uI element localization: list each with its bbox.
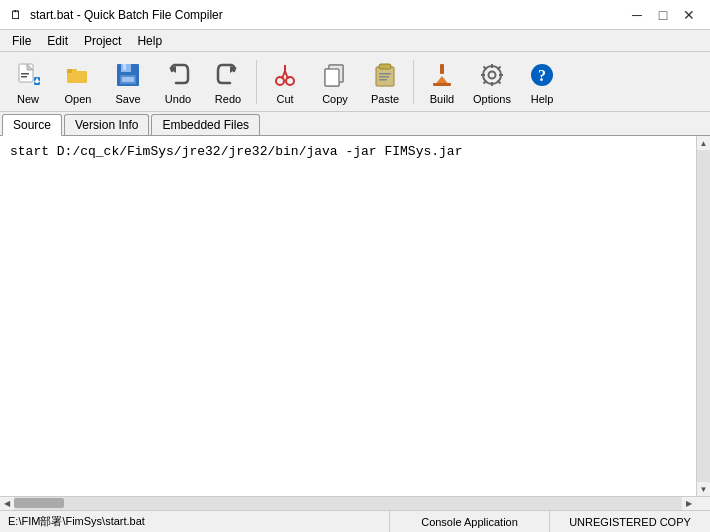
svg-line-44 <box>484 80 487 83</box>
paste-button[interactable]: Paste <box>361 55 409 109</box>
redo-label: Redo <box>215 93 241 105</box>
status-type: Console Application <box>390 511 550 532</box>
hscroll-track[interactable] <box>14 497 682 510</box>
svg-rect-12 <box>123 64 126 70</box>
open-icon <box>62 59 94 91</box>
copy-icon <box>319 59 351 91</box>
tab-version-info[interactable]: Version Info <box>64 114 149 135</box>
svg-line-20 <box>285 71 288 79</box>
tabs: SourceVersion InfoEmbedded Files <box>0 112 710 136</box>
maximize-button[interactable]: □ <box>650 4 676 26</box>
scroll-down-arrow[interactable]: ▼ <box>697 482 711 496</box>
save-label: Save <box>115 93 140 105</box>
scroll-track[interactable] <box>697 150 710 482</box>
copy-label: Copy <box>322 93 348 105</box>
help-button[interactable]: ?Help <box>518 55 566 109</box>
undo-icon <box>162 59 194 91</box>
toolbar-separator <box>256 60 257 104</box>
minimize-button[interactable]: ─ <box>624 4 650 26</box>
svg-rect-28 <box>379 64 391 69</box>
editor-container: ▲ ▼ <box>0 136 710 496</box>
svg-text:?: ? <box>538 67 546 84</box>
app-type-text: Console Application <box>421 516 518 528</box>
svg-line-42 <box>498 80 501 83</box>
horizontal-scrollbar[interactable]: ◀ ▶ <box>0 497 696 510</box>
menu-bar: FileEditProjectHelp <box>0 30 710 52</box>
toolbar-separator-2 <box>413 60 414 104</box>
svg-rect-3 <box>21 76 27 78</box>
svg-line-43 <box>498 66 501 69</box>
help-icon: ? <box>526 59 558 91</box>
close-button[interactable]: ✕ <box>676 4 702 26</box>
svg-rect-31 <box>379 79 387 81</box>
options-icon <box>476 59 508 91</box>
redo-button[interactable]: Redo <box>204 55 252 109</box>
window-title: start.bat - Quick Batch File Compiler <box>30 8 624 22</box>
options-button[interactable]: Options <box>468 55 516 109</box>
menu-item-help[interactable]: Help <box>129 32 170 50</box>
menu-item-project[interactable]: Project <box>76 32 129 50</box>
new-icon <box>12 59 44 91</box>
horizontal-scrollbar-row: ◀ ▶ <box>0 496 710 510</box>
paste-label: Paste <box>371 93 399 105</box>
filepath-text: E:\FIM部署\FimSys\start.bat <box>8 514 145 529</box>
tab-embedded-files[interactable]: Embedded Files <box>151 114 260 135</box>
svg-rect-9 <box>67 69 72 73</box>
build-button[interactable]: Build <box>418 55 466 109</box>
svg-rect-30 <box>379 76 389 78</box>
open-label: Open <box>65 93 92 105</box>
app-icon: 🗒 <box>8 7 24 23</box>
status-bar: E:\FIM部署\FimSys\start.bat Console Applic… <box>0 510 710 532</box>
scroll-left-arrow[interactable]: ◀ <box>0 497 14 511</box>
scroll-up-arrow[interactable]: ▲ <box>697 136 711 150</box>
build-label: Build <box>430 93 454 105</box>
svg-rect-14 <box>122 77 134 82</box>
help-label: Help <box>531 93 554 105</box>
title-bar: 🗒 start.bat - Quick Batch File Compiler … <box>0 0 710 30</box>
svg-line-41 <box>484 66 487 69</box>
tab-source[interactable]: Source <box>2 114 62 136</box>
undo-label: Undo <box>165 93 191 105</box>
vertical-scrollbar[interactable]: ▲ ▼ <box>696 136 710 496</box>
svg-rect-25 <box>325 69 339 86</box>
scrollbar-corner <box>696 497 710 511</box>
paste-icon <box>369 59 401 91</box>
svg-point-36 <box>489 71 496 78</box>
save-icon <box>112 59 144 91</box>
options-label: Options <box>473 93 511 105</box>
svg-rect-6 <box>35 80 40 82</box>
cut-label: Cut <box>276 93 293 105</box>
hscroll-thumb[interactable] <box>14 498 64 508</box>
scroll-right-arrow[interactable]: ▶ <box>682 497 696 511</box>
registration-text: UNREGISTERED COPY <box>569 516 691 528</box>
undo-button[interactable]: Undo <box>154 55 202 109</box>
svg-rect-29 <box>379 73 391 75</box>
build-icon <box>426 59 458 91</box>
status-registration: UNREGISTERED COPY <box>550 511 710 532</box>
cut-button[interactable]: Cut <box>261 55 309 109</box>
new-button[interactable]: New <box>4 55 52 109</box>
redo-icon <box>212 59 244 91</box>
cut-icon <box>269 59 301 91</box>
new-label: New <box>17 93 39 105</box>
toolbar: NewOpenSaveUndoRedoCutCopyPasteBuildOpti… <box>0 52 710 112</box>
status-filepath: E:\FIM部署\FimSys\start.bat <box>0 511 390 532</box>
source-editor[interactable] <box>0 136 696 496</box>
menu-item-edit[interactable]: Edit <box>39 32 76 50</box>
save-button[interactable]: Save <box>104 55 152 109</box>
open-button[interactable]: Open <box>54 55 102 109</box>
svg-rect-32 <box>440 64 444 74</box>
svg-rect-2 <box>21 73 29 75</box>
copy-button[interactable]: Copy <box>311 55 359 109</box>
svg-rect-34 <box>433 83 451 86</box>
menu-item-file[interactable]: File <box>4 32 39 50</box>
